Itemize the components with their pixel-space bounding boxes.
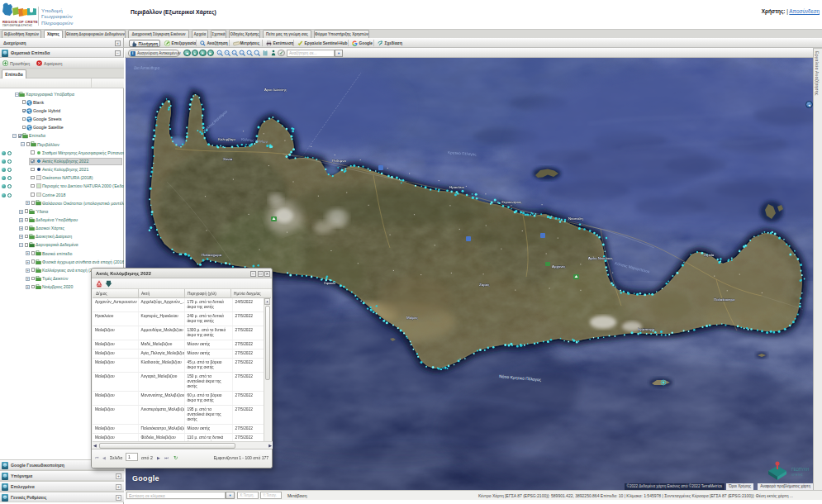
svg-text:Δία Αντικύθηρα: Δία Αντικύθηρα <box>134 65 159 70</box>
svg-text:Σητεία: Σητεία <box>704 253 715 257</box>
svg-text:Ηράκλειο: Ηράκλειο <box>449 185 465 189</box>
svg-text:□: □ <box>240 50 243 54</box>
svg-text:Άγιοι Ιωάννης: Άγιοι Ιωάννης <box>264 88 287 92</box>
svg-text:Μοίρες: Μοίρες <box>406 316 418 320</box>
svg-text:Ρέθυμνο: Ρέθυμνο <box>332 159 346 163</box>
svg-text:Παλαίκαστρο: Παλαίκαστρο <box>714 297 735 302</box>
svg-text:Άγιος Νικόλαος: Άγιος Νικόλαος <box>588 256 613 260</box>
svg-text:Ζαρός: Ζαρός <box>479 283 489 287</box>
svg-text:ΓΕΩΠΥΛΗ: ΓΕΩΠΥΛΗ <box>791 468 809 472</box>
svg-text:ΚΡΗΤΗΣ: ΚΡΗΤΗΣ <box>791 473 804 477</box>
svg-text:Χερσόνησος: Χερσόνησος <box>501 200 521 204</box>
svg-text:Σφακιά: Σφακιά <box>324 281 335 285</box>
svg-text:Χανιά: Χανιά <box>223 157 233 161</box>
svg-text:Αρχάνες: Αρχάνες <box>552 264 565 269</box>
svg-text:Κολυμβάρι: Κολυμβάρι <box>218 137 235 141</box>
svg-text:Ιεράπετρα: Ιεράπετρα <box>638 327 654 331</box>
svg-text:Παλαιόχωρα: Παλαιόχωρα <box>202 253 222 257</box>
svg-text:Νεάπολη: Νεάπολη <box>568 216 583 221</box>
svg-text:□: □ <box>233 50 235 54</box>
